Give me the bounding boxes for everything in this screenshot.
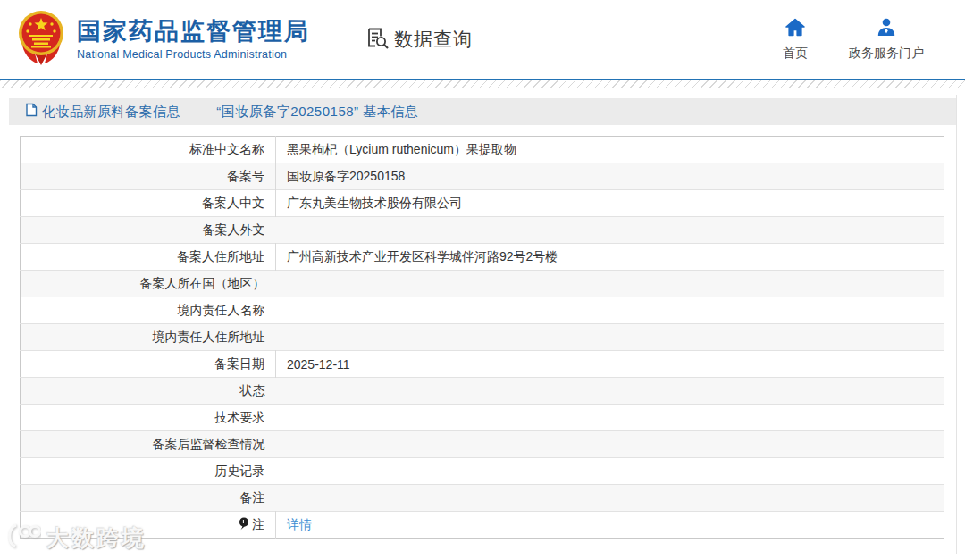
filing-info-table: 标准中文名称黑果枸杞（Lycium ruthenicum）果提取物备案号国妆原备… — [20, 136, 944, 539]
row-label: 备案人所在国（地区） — [21, 271, 276, 297]
row-label: 备案日期 — [21, 351, 276, 378]
row-value — [276, 485, 944, 512]
row-label: 备案号 — [21, 163, 276, 190]
main-content: 化妆品新原料备案信息 —— “国妆原备字20250158” 基本信息 标准中文名… — [0, 98, 965, 539]
site-header: 国家药品监督管理局 National Medical Products Admi… — [0, 0, 965, 79]
row-label: 历史记录 — [21, 458, 276, 485]
row-label: 备案人外文 — [21, 217, 276, 244]
row-label: 标准中文名称 — [21, 137, 276, 163]
nav-item-gov-portal[interactable]: 政务服务门户 — [849, 18, 924, 62]
row-label: 境内责任人名称 — [21, 297, 276, 324]
row-label: 备案人住所地址 — [21, 244, 276, 271]
home-icon — [785, 18, 806, 40]
table-row: 注详情 — [21, 512, 944, 539]
data-query-label: 数据查询 — [394, 27, 473, 52]
hatch-divider — [0, 80, 965, 88]
row-value: 广东丸美生物技术股份有限公司 — [276, 190, 944, 217]
table-row: 备案人住所地址广州高新技术产业开发区科学城伴河路92号2号楼 — [21, 244, 944, 271]
filing-info-table-wrap: 标准中文名称黑果枸杞（Lycium ruthenicum）果提取物备案号国妆原备… — [20, 136, 944, 539]
row-label: 境内责任人住所地址 — [21, 324, 276, 351]
table-row: 状态 — [21, 378, 944, 405]
row-value — [276, 378, 944, 405]
table-row: 备注 — [21, 485, 944, 512]
row-value — [276, 297, 944, 324]
details-link[interactable]: 详情 — [287, 517, 312, 531]
table-row: 境内责任人住所地址 — [21, 324, 944, 351]
table-row: 备案人外文 — [21, 217, 944, 244]
table-row: 备案人所在国（地区） — [21, 271, 944, 297]
row-value — [276, 271, 944, 297]
row-value — [276, 405, 944, 431]
row-label: 备注 — [21, 485, 276, 512]
row-label: 注 — [21, 512, 276, 539]
row-value: 广州高新技术产业开发区科学城伴河路92号2号楼 — [276, 244, 944, 271]
logo-titles: 国家药品监督管理局 National Medical Products Admi… — [77, 18, 310, 61]
header-nav: 首页 政务服务门户 — [783, 18, 924, 62]
nmpa-logo[interactable]: 国家药品监督管理局 National Medical Products Admi… — [16, 9, 310, 70]
page-right-border — [956, 95, 957, 554]
row-value: 2025-12-11 — [276, 351, 944, 378]
row-label: 状态 — [21, 378, 276, 405]
table-row: 备案号国妆原备字20250158 — [21, 163, 944, 190]
row-value — [276, 324, 944, 351]
china-national-emblem-icon — [16, 9, 66, 70]
table-row: 备案人中文广东丸美生物技术股份有限公司 — [21, 190, 944, 217]
row-label: 技术要求 — [21, 405, 276, 431]
page: 国家药品监督管理局 National Medical Products Admi… — [0, 0, 965, 560]
table-row: 备案后监督检查情况 — [21, 431, 944, 458]
row-value — [276, 431, 944, 458]
table-row: 备案日期2025-12-11 — [21, 351, 944, 378]
site-title-en: National Medical Products Administration — [77, 48, 310, 61]
row-label: 备案人中文 — [21, 190, 276, 217]
user-icon — [876, 18, 897, 40]
row-value: 黑果枸杞（Lycium ruthenicum）果提取物 — [276, 137, 944, 163]
data-query-section[interactable]: 数据查询 — [365, 26, 473, 54]
page-title: 化妆品新原料备案信息 —— “国妆原备字20250158” 基本信息 — [42, 104, 418, 121]
breadcrumb: 化妆品新原料备案信息 —— “国妆原备字20250158” 基本信息 — [9, 98, 956, 125]
site-title-cn: 国家药品监督管理局 — [77, 18, 310, 46]
row-value — [276, 458, 944, 485]
row-value: 国妆原备字20250158 — [276, 163, 944, 190]
nav-home-label: 首页 — [783, 46, 808, 62]
note-balloon-icon — [239, 517, 249, 533]
nav-gov-portal-label: 政务服务门户 — [849, 46, 924, 62]
row-value — [276, 217, 944, 244]
document-search-icon — [365, 26, 390, 54]
table-row: 境内责任人名称 — [21, 297, 944, 324]
table-row: 历史记录 — [21, 458, 944, 485]
document-icon — [25, 103, 38, 121]
table-row: 标准中文名称黑果枸杞（Lycium ruthenicum）果提取物 — [21, 137, 944, 163]
table-row: 技术要求 — [21, 405, 944, 431]
nav-item-home[interactable]: 首页 — [783, 18, 808, 62]
row-label: 备案后监督检查情况 — [21, 431, 276, 458]
row-value: 详情 — [276, 512, 944, 539]
filing-table-body: 标准中文名称黑果枸杞（Lycium ruthenicum）果提取物备案号国妆原备… — [21, 137, 944, 539]
